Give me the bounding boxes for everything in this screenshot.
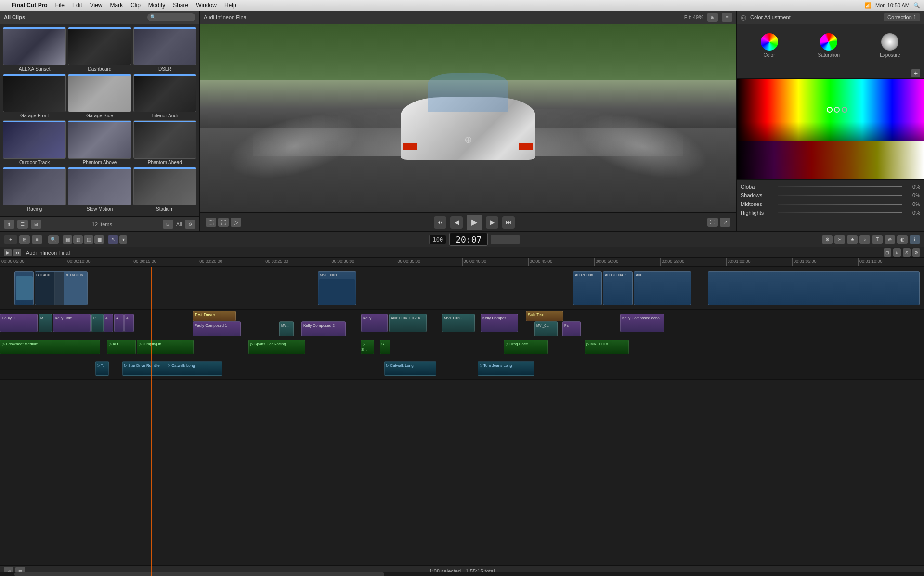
sc-mvi0023[interactable]: MVI_0023 xyxy=(442,314,475,332)
transition-button[interactable]: ◐ xyxy=(897,235,908,244)
color-tool-saturation[interactable]: Saturation xyxy=(818,33,840,58)
settings-right[interactable]: ⚙ xyxy=(912,248,920,257)
file-menu[interactable]: File xyxy=(55,2,65,9)
video-clip-a008c004[interactable]: A008C004_1... xyxy=(603,271,633,305)
sc-kelly-composed-2[interactable]: Kelly Composed 2 xyxy=(301,321,346,336)
preview-zoom-button[interactable]: ⊞ xyxy=(707,13,718,22)
ac-s1[interactable]: ▷ S... xyxy=(361,340,374,354)
sc-mvi0-2[interactable]: MVI_0... xyxy=(534,321,558,336)
skimmer-btn[interactable]: ≋ xyxy=(893,248,901,257)
solo-btn[interactable]: S xyxy=(903,248,911,257)
sc-a2[interactable]: A xyxy=(114,314,124,332)
clip-item-phantom-above[interactable]: Phantom Above xyxy=(68,120,131,165)
video-clip-b014c006[interactable]: B014C0... B014C006... xyxy=(35,271,88,305)
clip-item-phantom-ahead[interactable]: Phantom Ahead xyxy=(133,120,196,165)
clip-item-dslr[interactable]: DSLR xyxy=(133,27,196,72)
clip-appearance-btn3[interactable]: ▨ xyxy=(84,235,93,244)
sc-pa[interactable]: Pa... xyxy=(562,321,581,336)
ac-t[interactable]: ▷ T... xyxy=(95,361,109,376)
tool-dropdown[interactable]: ▾ xyxy=(119,235,127,244)
go-to-start-button[interactable]: ⏮ xyxy=(434,216,446,229)
rewind-btn[interactable]: ⏮ xyxy=(13,249,21,256)
sc-sub-text[interactable]: Sub Text xyxy=(526,311,563,321)
audio-button[interactable]: ♪ xyxy=(859,235,870,244)
clip-range-button[interactable]: ▷ xyxy=(231,218,241,227)
ac-star-drive[interactable]: ▷ Star Drive Rumble xyxy=(122,361,169,376)
timeline-mode-btn2[interactable]: ≡ xyxy=(32,235,42,244)
help-menu[interactable]: Help xyxy=(224,2,236,9)
ac-sports[interactable]: ▷ Sports Car Racing xyxy=(248,340,305,354)
video-clip-a00[interactable]: A00... xyxy=(634,271,691,305)
clip-item-racing[interactable]: Racing xyxy=(3,167,66,212)
ac-aut[interactable]: ▷ Aut... xyxy=(107,340,136,354)
clip-item-dashboard[interactable]: Dashboard xyxy=(68,27,131,72)
sc-p1[interactable]: P... xyxy=(91,314,104,332)
sc-a3[interactable]: A xyxy=(124,314,134,332)
play-forward-button[interactable]: ▶ xyxy=(486,216,498,229)
app-name[interactable]: Final Cut Pro xyxy=(12,2,48,9)
ac-mvi0018[interactable]: ▷ MVI_0018 xyxy=(585,340,629,354)
video-clip-end[interactable] xyxy=(708,271,920,305)
clip-menu[interactable]: Clip xyxy=(130,2,141,9)
ac-torn-jeans[interactable]: ▷ Torn Jeans Long xyxy=(478,361,534,376)
play-button[interactable]: ▶ xyxy=(467,215,482,230)
color-tool-color[interactable]: Color xyxy=(761,33,778,58)
preview-settings-button[interactable]: ≡ xyxy=(722,13,732,22)
add-correction-button[interactable]: + xyxy=(911,69,920,77)
clip-appearance-btn4[interactable]: ▩ xyxy=(94,235,104,244)
view-list-button[interactable]: ☰ xyxy=(17,220,28,229)
clip-item-garage-side[interactable]: Garage Side xyxy=(68,74,131,118)
view-menu[interactable]: View xyxy=(90,2,103,9)
modify-menu[interactable]: Modify xyxy=(148,2,165,9)
search-box[interactable]: 🔍 xyxy=(147,13,195,21)
timeline-mode-btn1[interactable]: ⊞ xyxy=(19,235,30,244)
clip-item-interior-audi[interactable]: Interior Audi xyxy=(133,74,196,118)
edit-menu[interactable]: Edit xyxy=(72,2,82,9)
clip-item-stadium[interactable]: Stadium xyxy=(133,167,196,212)
transform-button[interactable]: ⚙ xyxy=(822,235,833,244)
sc-kelly-compos[interactable]: Kelly Compos... xyxy=(481,314,518,332)
generator-button[interactable]: ⊕ xyxy=(885,235,895,244)
effects-button[interactable]: ★ xyxy=(847,235,858,244)
ac-drag-race[interactable]: ▷ Drag Race xyxy=(504,340,548,354)
video-clip-a007c006[interactable]: A007C006... xyxy=(573,271,602,305)
play-reverse-button[interactable]: ◀ xyxy=(450,216,463,229)
inspector-button[interactable]: ℹ xyxy=(910,235,920,244)
clip-item-garage-front[interactable]: Garage Front xyxy=(3,74,66,118)
preview-viewport[interactable]: ⊕ xyxy=(200,24,736,212)
clip-appearance-btn2[interactable]: ▧ xyxy=(73,235,83,244)
window-menu[interactable]: Window xyxy=(196,2,217,9)
color-tool-exposure[interactable]: Exposure xyxy=(880,33,900,58)
export-button[interactable]: ↗ xyxy=(720,218,730,227)
play-sequence-btn[interactable]: ▶ xyxy=(4,249,12,256)
sc-kelly-echo[interactable]: Kelly Composed echo xyxy=(620,314,664,332)
clip-item-slow-motion[interactable]: Slow Motion xyxy=(68,167,131,212)
fullscreen-button[interactable]: ⛶ xyxy=(707,218,718,227)
timeline-add-button[interactable]: + xyxy=(4,235,17,244)
go-to-end-button[interactable]: ⏭ xyxy=(502,216,515,229)
tool-select[interactable]: ↖ xyxy=(108,235,118,244)
mark-menu[interactable]: Mark xyxy=(110,2,123,9)
sc-kelly-com[interactable]: Kelly Com... xyxy=(53,314,91,332)
sc-m1[interactable]: M... xyxy=(39,314,52,332)
ac-catwalk1[interactable]: ▷ Catwalk Long xyxy=(166,361,222,376)
ac-jumping[interactable]: ▷ Jumping in ... xyxy=(137,340,194,354)
clip-item-alexa-sunset[interactable]: ALEXA Sunset xyxy=(3,27,66,72)
sc-a1[interactable]: A xyxy=(104,314,113,332)
mark-in-button[interactable]: ⬚ xyxy=(206,218,216,227)
clip-appearance-btn1[interactable]: ▦ xyxy=(63,235,72,244)
timecode-display[interactable]: 20:07 xyxy=(449,233,488,246)
video-clip-b014c0[interactable] xyxy=(14,271,34,305)
sc-mv1[interactable]: MV... xyxy=(279,321,294,336)
sc-pauly-composed[interactable]: Pauly Composed 1 xyxy=(193,321,241,336)
settings-button[interactable]: ⚙ xyxy=(185,220,195,229)
text-button[interactable]: T xyxy=(872,235,883,244)
sc-test-driver[interactable]: Test Driver xyxy=(193,311,236,321)
search-menubar-icon[interactable]: 🔍 xyxy=(913,2,920,9)
sc-kelly2[interactable]: Kelly... xyxy=(361,314,388,332)
mark-out-button[interactable]: ⬚ xyxy=(218,218,229,227)
timeline-search-button[interactable]: 🔍 xyxy=(48,235,59,244)
trim-button[interactable]: ✂ xyxy=(834,235,845,244)
view-grid-button[interactable]: ⊞ xyxy=(31,220,41,229)
video-clip-mvi0001[interactable]: MVI_0001 xyxy=(318,271,356,305)
